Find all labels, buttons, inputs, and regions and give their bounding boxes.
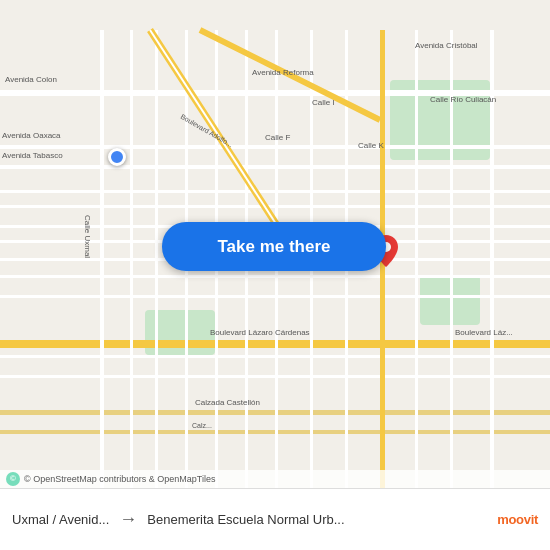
svg-text:Calle K: Calle K [358,141,384,150]
svg-text:Boulevard Lázaro Cárdenas: Boulevard Lázaro Cárdenas [210,328,310,337]
origin-marker [108,148,126,166]
svg-rect-28 [380,30,385,520]
svg-rect-23 [215,30,218,520]
origin-label: Uxmal / Avenid... [12,512,109,527]
take-me-there-button[interactable]: Take me there [162,222,386,271]
svg-text:Calle F: Calle F [265,133,290,142]
svg-text:Calle I: Calle I [312,98,335,107]
svg-text:Avenida Oaxaca: Avenida Oaxaca [2,131,61,140]
svg-text:Avenida Colon: Avenida Colon [5,75,57,84]
svg-text:Calzada Castellón: Calzada Castellón [195,398,260,407]
svg-text:Avenida Cristóbal: Avenida Cristóbal [415,41,478,50]
svg-rect-29 [415,30,418,520]
svg-text:Avenida Tabasco: Avenida Tabasco [2,151,63,160]
destination-label: Benemerita Escuela Normal Urb... [147,512,478,527]
svg-rect-22 [185,30,188,520]
svg-rect-25 [275,30,278,520]
svg-text:Calle Uxmal: Calle Uxmal [83,215,92,258]
attribution-bar: © © OpenStreetMap contributors & OpenMap… [0,470,550,488]
svg-rect-24 [245,30,248,520]
attribution-text: © OpenStreetMap contributors & OpenMapTi… [24,474,215,484]
svg-rect-20 [130,30,133,520]
svg-text:Calle Río Culiacán: Calle Río Culiacán [430,95,496,104]
moovit-text: moovit [497,512,538,527]
arrow-icon: → [119,509,137,530]
svg-text:Boulevard Láz...: Boulevard Láz... [455,328,513,337]
app: Avenida Cristóbal Avenida Reforma Avenid… [0,0,550,550]
map-svg: Avenida Cristóbal Avenida Reforma Avenid… [0,0,550,550]
map: Avenida Cristóbal Avenida Reforma Avenid… [0,0,550,550]
svg-text:Calz...: Calz... [192,422,212,429]
svg-text:Avenida Reforma: Avenida Reforma [252,68,314,77]
osm-icon: © [6,472,20,486]
bottom-bar: Uxmal / Avenid... → Benemerita Escuela N… [0,488,550,550]
svg-rect-21 [155,30,158,520]
svg-rect-19 [100,30,104,520]
moovit-logo: moovit [478,512,538,527]
